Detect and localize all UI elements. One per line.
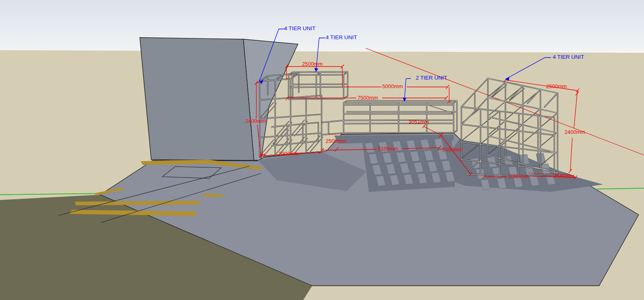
building-front-face[interactable]: [140, 38, 254, 160]
dim-mid-upper-width: 2500mm: [302, 61, 323, 67]
dim-right-height: 2400mm: [565, 129, 585, 135]
dim-mid-run-upper: 5000mm: [382, 84, 403, 89]
unit-label-mid-run: 2 TIER UNIT: [416, 75, 447, 81]
dim-right-base: 2000mm: [508, 174, 529, 180]
dim-left-height: 2400mm: [245, 118, 266, 124]
dim-mid-depth: 3051mm: [408, 119, 429, 125]
dim-right-top-width: 2500mm: [546, 84, 567, 89]
dim-left-base: 2000mm: [278, 151, 299, 157]
dim-right-aisle: 5000mm: [442, 147, 463, 153]
dim-left-aisle: 2500mm: [326, 138, 346, 144]
dim-floor-span: 5105mm: [378, 146, 399, 152]
unit-label-right: 4 TIER UNIT: [553, 54, 584, 60]
sky: [0, 0, 644, 52]
scene-canvas[interactable]: [0, 0, 644, 300]
unit-label-mid-end: 4 TIER UNIT: [326, 35, 357, 41]
unit-label-left: 4 TIER UNIT: [284, 26, 315, 32]
dim-mid-total: 7500mm: [357, 95, 378, 101]
dim-right-offset: 640mm: [557, 173, 574, 179]
model-viewport[interactable]: 4 TIER UNIT 4 TIER UNIT 2 TIER UNIT 4 TI…: [0, 0, 644, 300]
